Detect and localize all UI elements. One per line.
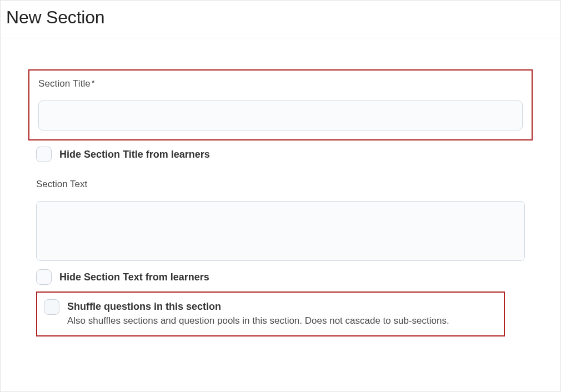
section-title-input[interactable] bbox=[38, 100, 523, 130]
page-container: New Section Section Title* Hide Section … bbox=[0, 0, 561, 392]
required-star-icon: * bbox=[92, 78, 95, 87]
section-text-container bbox=[36, 201, 525, 263]
hide-title-checkbox[interactable] bbox=[36, 147, 52, 162]
shuffle-questions-checkbox-label: Shuffle questions in this section bbox=[67, 299, 449, 314]
section-title-label: Section Title* bbox=[38, 78, 523, 89]
shuffle-questions-checkbox[interactable] bbox=[44, 299, 59, 315]
section-title-label-text: Section Title bbox=[38, 78, 91, 89]
hide-title-checkbox-row: Hide Section Title from learners bbox=[36, 147, 533, 162]
shuffle-label-group: Shuffle questions in this section Also s… bbox=[67, 299, 449, 328]
hide-text-checkbox[interactable] bbox=[36, 269, 52, 285]
section-text-label: Section Text bbox=[36, 179, 533, 190]
page-header: New Section bbox=[1, 1, 560, 38]
hide-title-checkbox-label: Hide Section Title from learners bbox=[59, 147, 210, 162]
hide-text-checkbox-row: Hide Section Text from learners bbox=[36, 270, 533, 285]
shuffle-group-highlight: Shuffle questions in this section Also s… bbox=[36, 292, 505, 336]
shuffle-questions-helper-text: Also shuffles sections and question pool… bbox=[67, 314, 449, 328]
section-title-group-highlight: Section Title* bbox=[28, 69, 533, 140]
section-text-input[interactable] bbox=[36, 201, 525, 261]
page-title: New Section bbox=[6, 7, 555, 28]
form-area: Section Title* Hide Section Title from l… bbox=[1, 38, 560, 353]
shuffle-checkbox-row: Shuffle questions in this section Also s… bbox=[44, 299, 497, 328]
hide-text-checkbox-label: Hide Section Text from learners bbox=[59, 270, 209, 284]
